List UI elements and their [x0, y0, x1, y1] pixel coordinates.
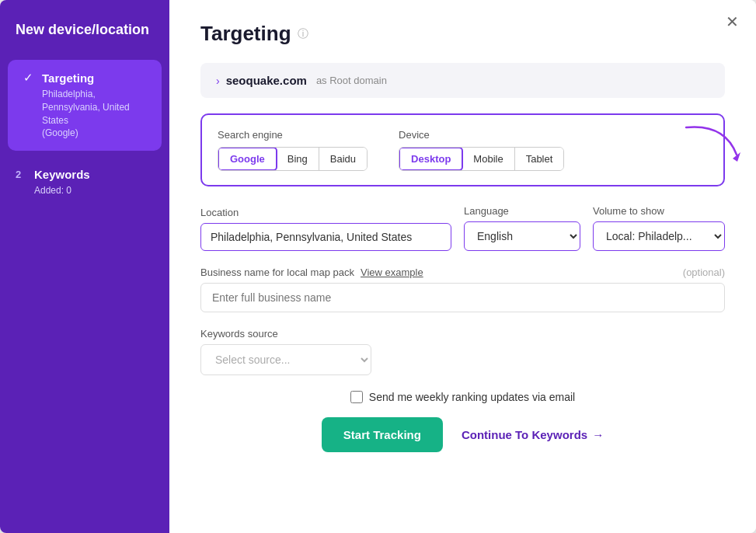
domain-name: seoquake.com: [226, 74, 307, 87]
continue-keywords-label: Continue To Keywords: [462, 428, 587, 441]
email-checkbox[interactable]: [350, 391, 363, 403]
sidebar-title: New device/location: [0, 22, 169, 60]
start-tracking-button[interactable]: Start Tracking: [322, 417, 443, 452]
language-label: Language: [464, 205, 580, 217]
volume-label: Volume to show: [593, 205, 725, 217]
check-icon: ✓: [23, 71, 34, 85]
targeting-options-box: Search engine Google Bing Baidu Device D…: [200, 113, 725, 186]
sidebar-item-targeting[interactable]: ✓ Targeting Philadelphia,Pennsylvania, U…: [8, 60, 162, 151]
search-engine-baidu[interactable]: Baidu: [319, 148, 367, 170]
business-name-label: Business name for local map pack: [200, 266, 354, 278]
search-engine-buttons: Google Bing Baidu: [218, 147, 368, 171]
search-engine-label: Search engine: [218, 129, 368, 141]
svg-marker-0: [733, 152, 740, 162]
continue-keywords-button[interactable]: Continue To Keywords →: [462, 428, 604, 441]
location-input[interactable]: [200, 223, 451, 251]
continue-arrow-icon: →: [592, 428, 604, 441]
info-icon: ⓘ: [298, 27, 308, 41]
volume-field: Volume to show Local: Philadelp... Natio…: [593, 205, 725, 251]
domain-box: › seoquake.com as Root domain: [200, 63, 725, 98]
search-engine-bing[interactable]: Bing: [277, 148, 319, 170]
sidebar-keywords-sub: Added: 0: [16, 184, 154, 197]
keywords-source-label: Keywords source: [200, 328, 725, 340]
view-example-link[interactable]: View example: [361, 266, 423, 278]
main-content: ✕ Targeting ⓘ › seoquake.com as Root dom…: [169, 0, 756, 533]
location-label: Location: [200, 207, 451, 218]
device-mobile[interactable]: Mobile: [462, 148, 514, 170]
sidebar-targeting-label: Targeting: [42, 71, 94, 85]
step-2-number: 2: [16, 169, 26, 180]
email-checkbox-label: Send me weekly ranking updates via email: [369, 391, 575, 403]
footer-section: Send me weekly ranking updates via email…: [200, 391, 725, 452]
device-buttons: Desktop Mobile Tablet: [399, 147, 564, 171]
sidebar: New device/location ✓ Targeting Philadel…: [0, 0, 169, 533]
search-engine-google[interactable]: Google: [218, 147, 277, 171]
device-tablet[interactable]: Tablet: [515, 148, 564, 170]
page-title: Targeting ⓘ: [200, 22, 725, 46]
business-name-input[interactable]: [200, 283, 725, 312]
page-title-text: Targeting: [200, 22, 291, 46]
location-language-row: Location Language English Spanish French…: [200, 205, 725, 251]
business-name-row: Business name for local map pack View ex…: [200, 266, 725, 312]
sidebar-keywords-label: Keywords: [34, 168, 90, 181]
language-select[interactable]: English Spanish French: [464, 221, 580, 251]
footer-actions: Start Tracking Continue To Keywords →: [322, 417, 604, 452]
keywords-source-select[interactable]: Select source... Google Search Console M…: [200, 344, 371, 375]
optional-tag: (optional): [683, 266, 725, 278]
device-desktop[interactable]: Desktop: [399, 147, 463, 171]
sidebar-item-keywords[interactable]: 2 Keywords Added: 0: [0, 157, 169, 208]
device-group: Device Desktop Mobile Tablet: [399, 129, 564, 171]
domain-chevron-icon: ›: [216, 75, 220, 87]
sidebar-targeting-sub: Philadelphia,Pennsylvania, UnitedStates(…: [23, 88, 146, 140]
email-checkbox-row: Send me weekly ranking updates via email: [350, 391, 575, 403]
keywords-source-row: Keywords source Select source... Google …: [200, 328, 725, 375]
volume-select[interactable]: Local: Philadelp... National Global: [593, 221, 725, 251]
device-label: Device: [399, 129, 564, 141]
location-field: Location: [200, 207, 451, 251]
close-button[interactable]: ✕: [726, 14, 739, 30]
domain-type: as Root domain: [316, 75, 387, 86]
language-field: Language English Spanish French: [464, 205, 580, 251]
search-engine-group: Search engine Google Bing Baidu: [218, 129, 368, 171]
